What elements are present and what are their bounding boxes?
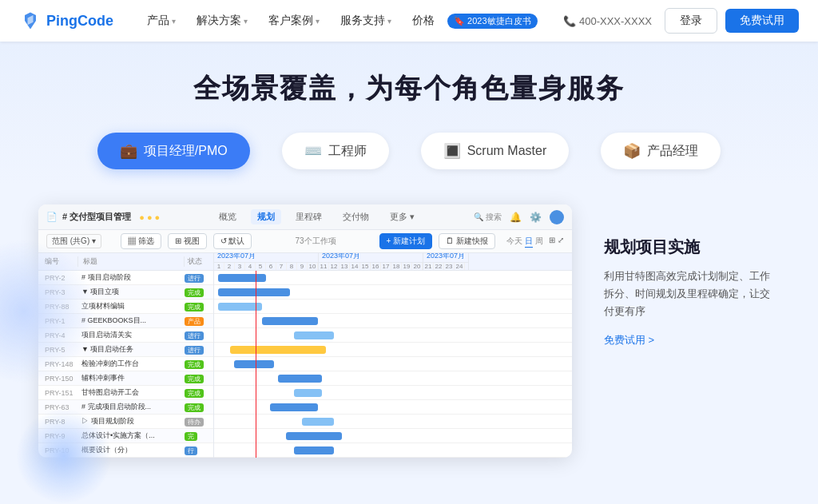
new-plan-button[interactable]: + 新建计划 [379, 233, 433, 249]
tab-overview[interactable]: 概览 [212, 209, 243, 224]
login-button[interactable]: 登录 [665, 8, 717, 34]
date-day: 2 [224, 263, 235, 270]
date-day: 10 [308, 263, 318, 270]
gantt-bar[interactable] [218, 288, 290, 296]
date-day: 14 [350, 263, 360, 270]
gantt-bar-row [214, 415, 572, 429]
status-badge: 完成 [185, 288, 204, 297]
gantt-bar[interactable] [230, 346, 326, 354]
gantt-bar[interactable] [294, 331, 334, 339]
gantt-bar[interactable] [278, 375, 322, 383]
row-id: PRY-151 [38, 389, 78, 397]
role-tab-pmo[interactable]: 💼 项目经理/PMO [97, 133, 250, 169]
view-options: 今天 日 周 ⊞ ⤢ [506, 236, 564, 248]
row-status: 完 [185, 431, 213, 441]
date-day: 24 [455, 263, 465, 270]
gantt-bar-row [214, 386, 572, 400]
nav-phone: 📞 400-XXX-XXXX [563, 15, 652, 27]
gantt-tabs: 概览 规划 里程碑 交付物 更多 ▾ [212, 209, 421, 224]
gantt-bar[interactable] [234, 360, 274, 368]
fullscreen-icon[interactable]: ⤢ [558, 236, 564, 248]
date-day: 19 [402, 263, 412, 270]
today-line [256, 271, 256, 458]
date-month-label: 2023年07月 [214, 253, 318, 263]
gantt-bar[interactable] [286, 432, 342, 440]
nav-item-price[interactable]: 价格 [404, 9, 443, 33]
blob-bottom [16, 408, 112, 504]
table-row[interactable]: PRY-151 甘特图启动开工会 完成 [38, 386, 213, 400]
status-badge: 完成 [185, 403, 204, 412]
default-btn[interactable]: ↺ 默认 [213, 233, 252, 249]
nav-links: 产品 ▾ 解决方案 ▾ 客户案例 ▾ 服务支持 ▾ 价格 🔖 2023敏捷白皮书 [139, 9, 554, 33]
date-day: 12 [329, 263, 340, 270]
panel-desc: 利用甘特图高效完成计划制定、工作拆分、时间规划及里程碑确定，让交付更有序 [604, 268, 780, 320]
right-panel: 规划项目实施 利用甘特图高效完成计划制定、工作拆分、时间规划及里程碑确定，让交付… [604, 204, 780, 347]
nav-badge[interactable]: 🔖 2023敏捷白皮书 [447, 14, 538, 29]
date-day: 5 [256, 263, 266, 270]
bell-icon[interactable]: 🔔 [510, 212, 522, 223]
gantt-bar[interactable] [294, 446, 334, 454]
row-title: 辅料冲刺事件 [78, 373, 185, 383]
date-day: 23 [444, 263, 455, 270]
row-status: 完成 [185, 359, 213, 369]
panel-title: 规划项目实施 [604, 236, 780, 258]
tab-more[interactable]: 更多 ▾ [383, 209, 421, 224]
date-day: 8 [287, 263, 297, 270]
gantt-bar-row [214, 300, 572, 314]
gantt-bar-row [214, 285, 572, 300]
row-status: 完成 [185, 374, 213, 383]
free-trial-button[interactable]: 免费试用 [725, 9, 799, 33]
gantt-bar[interactable] [294, 389, 322, 397]
row-status: 完成 [185, 288, 213, 297]
task-count: 73个工作项 [295, 236, 336, 247]
gantt-bar-row [214, 271, 572, 285]
gantt-chart: 2023年07月123456789102023年07月1112131415161… [214, 253, 572, 458]
table-row[interactable]: PRY-150 辅料冲刺事件 完成 [38, 371, 213, 386]
row-title: # 项目启动阶段 [78, 272, 185, 283]
date-day: 1 [214, 263, 224, 270]
settings-icon[interactable]: ⚙️ [530, 212, 542, 223]
tab-plan[interactable]: 规划 [251, 209, 281, 224]
date-day: 17 [381, 263, 391, 270]
role-tab-product[interactable]: 📦 产品经理 [601, 133, 721, 169]
tab-delivery[interactable]: 交付物 [336, 209, 375, 224]
logo[interactable]: PingCode [19, 10, 113, 32]
nav-item-products[interactable]: 产品 ▾ [139, 9, 184, 33]
view-btn[interactable]: ⊞ 视图 [168, 233, 207, 249]
row-status: 行 [185, 446, 213, 455]
gantt-bar-row [214, 443, 572, 458]
date-day: 11 [319, 263, 329, 270]
nav-item-support[interactable]: 服务支持 ▾ [332, 9, 399, 33]
scrum-icon: 🔳 [443, 142, 461, 160]
gantt-preview: 📄 # 交付型项目管理 ● ● ● 概览 规划 里程碑 交付物 更多 ▾ 🔍 搜… [38, 204, 572, 458]
expand-icon[interactable]: ⊞ [549, 236, 555, 248]
date-day: 3 [235, 263, 245, 270]
role-tab-engineer[interactable]: ⌨️ 工程师 [282, 133, 389, 169]
search-icon[interactable]: 🔍 搜索 [474, 212, 502, 223]
gantt-body: 编号 标题 状态 PRY-2 # 项目启动阶段 进行 PRY-3 ▼ 项目立项 … [38, 253, 572, 458]
gantt-bar[interactable] [262, 317, 318, 325]
chevron-icon: ▾ [244, 17, 248, 26]
tab-milestone[interactable]: 里程碑 [289, 209, 328, 224]
row-status: 产品 [185, 316, 213, 326]
role-tab-scrum[interactable]: 🔳 Scrum Master [421, 133, 570, 169]
date-day: 20 [412, 263, 423, 270]
gantt-bar[interactable] [218, 274, 266, 282]
row-status: 进行 [185, 331, 213, 340]
gantt-bar[interactable] [270, 403, 318, 411]
phone-icon: 📞 [563, 15, 576, 27]
date-day: 18 [391, 263, 402, 270]
status-badge: 完成 [185, 360, 204, 369]
hero-section: 全场景覆盖，为每个角色量身服务 💼 项目经理/PMO ⌨️ 工程师 🔳 Scru… [0, 42, 818, 185]
gantt-bar-row [214, 357, 572, 371]
gantt-bar[interactable] [302, 418, 334, 426]
gantt-topbar: 📄 # 交付型项目管理 ● ● ● 概览 规划 里程碑 交付物 更多 ▾ 🔍 搜… [38, 204, 572, 230]
filter-btn[interactable]: ▦ 筛选 [121, 233, 161, 249]
status-badge: 完 [185, 432, 197, 441]
date-day: 16 [371, 263, 381, 270]
nav-item-solutions[interactable]: 解决方案 ▾ [189, 9, 256, 33]
free-trial-link[interactable]: 免费试用 > [604, 333, 780, 347]
new-task-button[interactable]: 🗒 新建快报 [439, 233, 495, 249]
nav-item-cases[interactable]: 客户案例 ▾ [260, 9, 328, 33]
date-month-label: 2023年07月 [423, 253, 468, 263]
